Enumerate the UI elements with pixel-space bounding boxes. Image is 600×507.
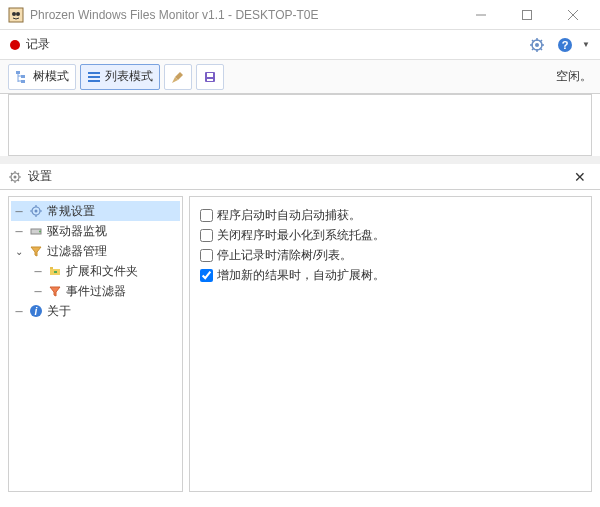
checkbox[interactable] <box>200 249 213 262</box>
svg-rect-26 <box>50 267 53 269</box>
svg-point-23 <box>35 210 38 213</box>
save-icon <box>203 70 217 84</box>
settings-titlebar: 设置 ✕ <box>0 164 600 190</box>
svg-point-2 <box>16 12 20 16</box>
settings-gear-button[interactable] <box>526 34 548 56</box>
gear-icon <box>8 170 22 184</box>
record-icon <box>10 40 20 50</box>
window-title: Phrozen Windows Files Monitor v1.1 - DES… <box>30 8 458 22</box>
svg-rect-18 <box>207 73 213 77</box>
list-mode-label: 列表模式 <box>105 68 153 85</box>
maximize-button[interactable] <box>504 0 550 30</box>
close-button[interactable] <box>550 0 596 30</box>
chevron-down-icon[interactable]: ⌄ <box>13 245 25 257</box>
svg-rect-14 <box>88 72 100 74</box>
option-autostart-capture[interactable]: 程序启动时自动启动捕获。 <box>200 205 581 225</box>
filter-icon <box>28 243 44 259</box>
results-area <box>8 94 592 156</box>
tree-item-ext-folders[interactable]: ─ 扩展和文件夹 <box>11 261 180 281</box>
option-clear-on-stop[interactable]: 停止记录时清除树/列表。 <box>200 245 581 265</box>
tree-mode-button[interactable]: 树模式 <box>8 64 76 90</box>
svg-rect-15 <box>88 76 100 78</box>
dash-icon: ─ <box>13 305 25 317</box>
settings-tree: ─ 常规设置 ─ 驱动器监视 ⌄ 过滤器管理 ─ 扩展和文 <box>8 196 183 492</box>
toolbar: 树模式 列表模式 空闲。 <box>0 60 600 94</box>
svg-rect-28 <box>54 271 57 273</box>
checkbox[interactable] <box>200 209 213 222</box>
checkbox[interactable] <box>200 229 213 242</box>
settings-close-button[interactable]: ✕ <box>568 165 592 189</box>
clear-button[interactable] <box>164 64 192 90</box>
tree-label: 常规设置 <box>47 203 95 220</box>
dash-icon: ─ <box>13 225 25 237</box>
tree-item-drive-monitor[interactable]: ─ 驱动器监视 <box>11 221 180 241</box>
titlebar: Phrozen Windows Files Monitor v1.1 - DES… <box>0 0 600 30</box>
dash-icon: ─ <box>32 285 44 297</box>
option-label: 关闭程序时最小化到系统托盘。 <box>217 227 385 244</box>
divider <box>0 156 600 164</box>
svg-rect-0 <box>9 8 23 22</box>
tree-item-event-filter[interactable]: ─ 事件过滤器 <box>11 281 180 301</box>
record-bar: 记录 ? ▼ <box>0 30 600 60</box>
tree-label: 过滤器管理 <box>47 243 107 260</box>
svg-rect-16 <box>88 80 100 82</box>
tree-item-filter-manager[interactable]: ⌄ 过滤器管理 <box>11 241 180 261</box>
svg-rect-13 <box>21 80 25 83</box>
dash-icon: ─ <box>13 205 25 217</box>
info-icon: i <box>28 303 44 319</box>
option-minimize-tray[interactable]: 关闭程序时最小化到系统托盘。 <box>200 225 581 245</box>
option-autoexpand-tree[interactable]: 增加新的结果时，自动扩展树。 <box>200 265 581 285</box>
app-icon <box>8 7 24 23</box>
tree-item-general[interactable]: ─ 常规设置 <box>11 201 180 221</box>
svg-rect-19 <box>207 79 213 81</box>
option-label: 程序启动时自动启动捕获。 <box>217 207 361 224</box>
tree-mode-label: 树模式 <box>33 68 69 85</box>
tree-label: 关于 <box>47 303 71 320</box>
svg-text:i: i <box>35 306 38 317</box>
gear-icon <box>28 203 44 219</box>
broom-icon <box>171 70 185 84</box>
svg-rect-4 <box>523 10 532 19</box>
status-text: 空闲。 <box>556 68 592 85</box>
svg-point-25 <box>39 231 41 233</box>
folder-icon <box>47 263 63 279</box>
tree-label: 扩展和文件夹 <box>66 263 138 280</box>
svg-rect-11 <box>16 71 20 74</box>
tree-label: 驱动器监视 <box>47 223 107 240</box>
svg-point-1 <box>12 12 16 16</box>
list-icon <box>87 70 101 84</box>
option-label: 增加新的结果时，自动扩展树。 <box>217 267 385 284</box>
event-filter-icon <box>47 283 63 299</box>
tree-item-about[interactable]: ─ i 关于 <box>11 301 180 321</box>
drive-icon <box>28 223 44 239</box>
list-mode-button[interactable]: 列表模式 <box>80 64 160 90</box>
tree-label: 事件过滤器 <box>66 283 126 300</box>
save-button[interactable] <box>196 64 224 90</box>
dash-icon: ─ <box>32 265 44 277</box>
checkbox[interactable] <box>200 269 213 282</box>
option-label: 停止记录时清除树/列表。 <box>217 247 352 264</box>
svg-point-8 <box>535 43 539 47</box>
svg-text:?: ? <box>562 39 569 51</box>
options-pane: 程序启动时自动启动捕获。 关闭程序时最小化到系统托盘。 停止记录时清除树/列表。… <box>189 196 592 492</box>
settings-title: 设置 <box>28 168 562 185</box>
svg-point-21 <box>14 175 17 178</box>
record-label[interactable]: 记录 <box>26 36 50 53</box>
minimize-button[interactable] <box>458 0 504 30</box>
svg-rect-12 <box>21 75 25 78</box>
tree-icon <box>15 70 29 84</box>
dropdown-icon[interactable]: ▼ <box>582 40 590 49</box>
help-button[interactable]: ? <box>554 34 576 56</box>
settings-body: ─ 常规设置 ─ 驱动器监视 ⌄ 过滤器管理 ─ 扩展和文 <box>0 190 600 500</box>
